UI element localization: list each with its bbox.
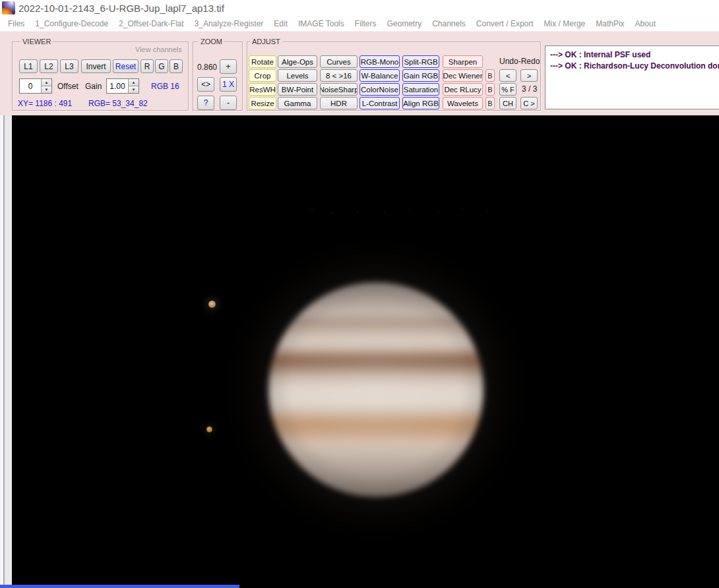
percent-f-button[interactable]: % F [499,83,516,96]
noise-speck [487,210,488,212]
viewer-panel-label: VIEWER [20,38,53,45]
c-next-button[interactable]: C > [520,97,538,109]
hdr-button[interactable]: HDR [320,97,358,109]
adjust-panel-label: ADJUST [250,38,282,45]
layer-l2-button[interactable]: L2 [40,59,58,73]
menu-item-image-tools[interactable]: IMAGE Tools [293,19,350,28]
layer-l1-button[interactable]: L1 [19,59,38,73]
status-log-box: ---> OK : Internal PSF used ---> OK : Ri… [545,45,719,109]
noisesharp-button[interactable]: NoiseSharp [320,83,358,96]
resize-button[interactable]: Resize [249,97,276,109]
viewer-panel: VIEWER View channels L1 L2 L3 Invert Res… [12,42,189,111]
noise-speck [331,212,332,214]
noise-speck [462,208,463,210]
menu-item-analyze-register[interactable]: 3_Analyze-Register [189,19,269,28]
menu-item-filters[interactable]: Filters [350,19,382,28]
menu-item-files[interactable]: Files [3,19,30,28]
saturation-button[interactable]: Saturation [402,83,439,96]
menu-item-channels[interactable]: Channels [427,19,471,28]
red-channel-button[interactable]: R [141,59,154,73]
view-channels-label: View channels [135,45,182,53]
offset-spinner[interactable]: 0 ▲ ▼ [19,78,52,94]
offset-value[interactable]: 0 [20,79,41,93]
menu-bar: Files 1_Configure-Decode 2_Offset-Dark-F… [0,16,719,31]
adjust-panel: ADJUST Rotate Crop ResWH Resize Alge-Ops… [247,42,541,111]
menu-item-convert-export[interactable]: Convert / Export [471,19,539,28]
dec-rlucy-button[interactable]: Dec RLucy [443,83,483,96]
gain-down-arrow[interactable]: ▼ [129,86,139,93]
bottom-blue-strip [0,585,239,588]
menu-item-mathpix[interactable]: MathPix [590,19,629,28]
left-gutter [0,115,12,588]
bw-point-button[interactable]: BW-Point [278,83,317,96]
menu-item-offset-dark-flat[interactable]: 2_Offset-Dark-Flat [113,19,189,28]
noise-speck [437,212,439,213]
colornoise-button[interactable]: ColorNoise [360,83,400,96]
dec-wiener-b-button[interactable]: B [485,69,495,82]
zoom-panel-label: ZOOM [199,38,224,45]
image-canvas[interactable] [12,115,719,588]
undo-redo-label: Undo-Redo [499,57,540,66]
bit-depth-button[interactable]: 8 < >16 [320,69,358,82]
gain-value[interactable]: 1.00 [107,79,128,93]
app-planet-icon [2,1,15,15]
green-channel-button[interactable]: G [155,59,168,73]
menu-item-about[interactable]: About [630,19,661,28]
align-rgb-button[interactable]: Align RGB [402,97,439,109]
gain-label: Gain [85,82,102,91]
ch-button[interactable]: CH [499,97,516,109]
layer-l3-button[interactable]: L3 [60,59,78,73]
levels-button[interactable]: Levels [278,69,317,82]
zoom-panel: ZOOM 0.860 + <> 1 X ? - [193,42,243,111]
w-balance-button[interactable]: W-Balance [360,69,400,82]
offset-label: Offset [57,82,78,91]
window-title: 2022-10-01-2143_6-U-RGB-Jup_lapl7_ap13.t… [18,0,224,16]
split-rgb-button[interactable]: Split-RGB [402,55,439,68]
status-message-psf: ---> OK : Internal PSF used [550,49,718,61]
zoom-out-button[interactable]: - [220,96,237,110]
jupiter-moon-2 [206,426,212,432]
title-bar: 2022-10-01-2143_6-U-RGB-Jup_lapl7_ap13.t… [0,0,719,16]
status-message-deconvolution: ---> OK : Richardson-Lucy Deconvolution … [550,61,718,72]
invert-button[interactable]: Invert [81,59,111,73]
dec-wiener-button[interactable]: Dec Wiener [443,69,483,82]
gamma-button[interactable]: Gamma [278,97,317,109]
menu-item-edit[interactable]: Edit [268,19,293,28]
jupiter-moon-1 [208,301,216,308]
rotate-button[interactable]: Rotate [249,55,276,68]
menu-item-configure-decode[interactable]: 1_Configure-Decode [30,19,113,28]
offset-up-arrow[interactable]: ▲ [42,79,51,86]
toolbar: VIEWER View channels L1 L2 L3 Invert Res… [0,31,719,115]
blue-channel-button[interactable]: B [170,59,183,73]
menu-item-mix-merge[interactable]: Mix / Merge [539,19,591,28]
zoom-1x-button[interactable]: 1 X [220,77,237,92]
zoom-in-button[interactable]: + [220,59,237,74]
undo-button[interactable]: < [499,69,516,82]
reset-button[interactable]: Reset [113,59,139,73]
zoom-fit-button[interactable]: <> [197,77,214,92]
reswh-button[interactable]: ResWH [249,83,276,96]
rgb-mono-button[interactable]: RGB-Mono [360,55,400,68]
xy-coordinates-readout: XY= 1186 : 491 [18,99,72,108]
noise-speck [385,212,386,214]
offset-down-arrow[interactable]: ▼ [42,86,51,93]
sharpen-button[interactable]: Sharpen [443,55,483,68]
curves-button[interactable]: Curves [320,55,358,68]
gain-rgb-button[interactable]: Gain RGB [402,69,439,82]
zoom-help-button[interactable]: ? [197,96,214,110]
menu-item-geometry[interactable]: Geometry [381,19,427,28]
alge-ops-button[interactable]: Alge-Ops [278,55,317,68]
gain-spinner[interactable]: 1.00 ▲ ▼ [106,78,139,94]
dec-rlucy-b-button[interactable]: B [485,83,495,96]
noise-speck [311,210,313,211]
l-contrast-button[interactable]: L-Contrast [360,97,400,109]
noise-speck [356,211,358,212]
gain-up-arrow[interactable]: ▲ [129,79,139,86]
undo-counter: 3 / 3 [522,84,537,94]
astrosurface-window: 2022-10-01-2143_6-U-RGB-Jup_lapl7_ap13.t… [0,0,719,588]
wavelets-b-button[interactable]: B [485,97,495,109]
wavelets-button[interactable]: Wavelets [443,97,483,109]
jupiter-planet-image [268,282,484,497]
crop-button[interactable]: Crop [249,69,276,82]
redo-button[interactable]: > [520,69,538,82]
